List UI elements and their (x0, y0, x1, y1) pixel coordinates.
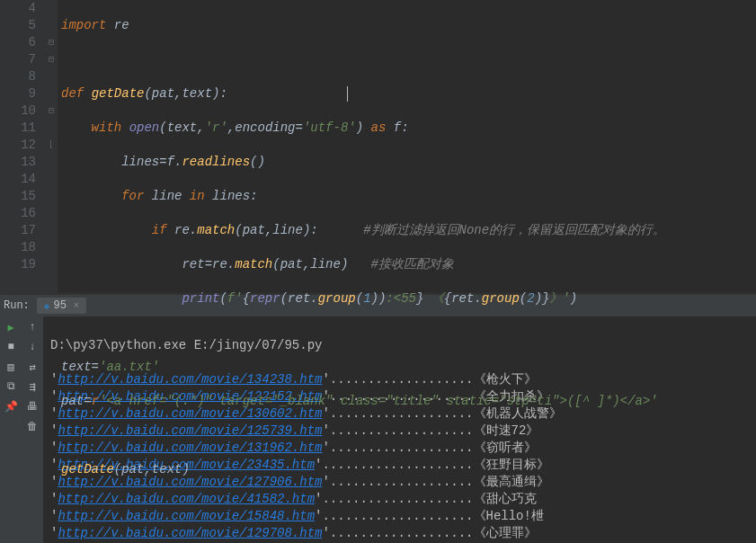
run-toolbar-left: ▶ ■ ▤ ⧉ 📌 (0, 316, 22, 543)
down-icon[interactable]: ↓ (25, 340, 40, 354)
python-icon: ◆ (44, 300, 50, 312)
play-icon[interactable]: ▶ (4, 320, 18, 334)
pin-icon[interactable]: 📌 (4, 399, 18, 414)
run-toolbar-right: ↑ ↓ ⇄ ⇶ 🖶 🗑 (22, 316, 43, 543)
print-icon[interactable]: 🖶 (25, 399, 40, 414)
debug-icon[interactable]: ⧉ (4, 379, 18, 394)
layout-icon[interactable]: ▤ (4, 360, 18, 374)
scroll-icon[interactable]: ⇶ (25, 379, 40, 394)
fold-end-icon[interactable]: ⌊ (45, 137, 58, 154)
fold-marker-icon[interactable]: ⊟ (45, 102, 58, 120)
fold-marker-icon[interactable]: ⊟ (45, 34, 58, 51)
stop-icon[interactable]: ■ (4, 340, 18, 354)
code-editor[interactable]: 4 5 6 7 8 9 10 11 12 13 14 15 16 17 18 1… (0, 0, 756, 293)
line-gutter: 4 5 6 7 8 9 10 11 12 13 14 15 16 17 18 1… (0, 0, 45, 293)
text-cursor-icon (347, 86, 348, 102)
code-area[interactable]: import re def getDate(pat,text): with op… (58, 0, 756, 293)
up-icon[interactable]: ↑ (25, 320, 40, 334)
fold-marker-icon[interactable]: ⊟ (45, 51, 58, 68)
wrap-icon[interactable]: ⇄ (25, 360, 40, 374)
trash-icon[interactable]: 🗑 (25, 419, 40, 433)
fold-column[interactable]: ⊟ ⊟ ⊟ ⌊ (45, 0, 58, 293)
run-label: Run: (4, 299, 30, 312)
